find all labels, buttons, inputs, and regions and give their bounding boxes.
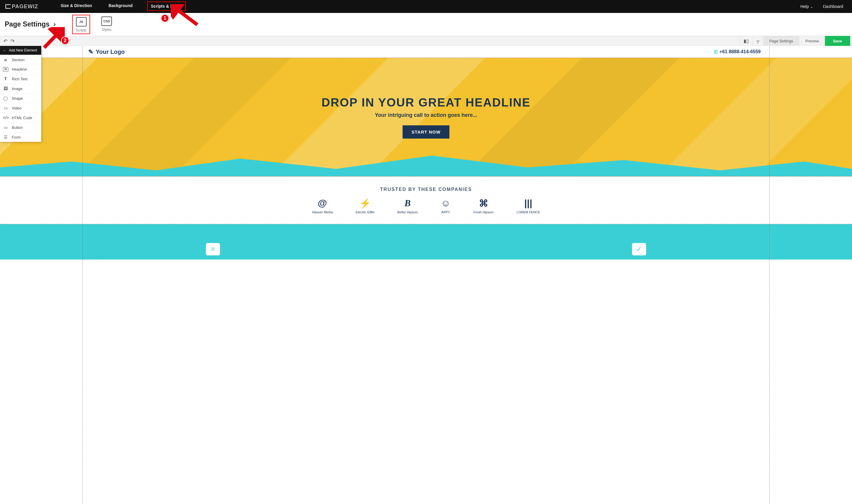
element-label: Video: [12, 106, 21, 110]
trusted-companies-section[interactable]: TRUSTED BY THESE COMPANIES @ Hipsum Medi…: [0, 177, 852, 224]
undo-button[interactable]: ↶: [2, 38, 9, 44]
hero-subtitle[interactable]: Your intriguing call to action goes here…: [375, 112, 477, 118]
tab-background[interactable]: Background: [107, 2, 135, 11]
element-label: Shape: [12, 96, 23, 101]
company-glyph-1: @: [318, 197, 327, 209]
code-icon: </>: [3, 115, 8, 120]
typography-toggle[interactable]: ┬: [752, 36, 763, 46]
features-section[interactable]: ≡ ✓: [0, 224, 852, 259]
image-icon: 🖼: [3, 86, 8, 91]
scripts-tool-label: Scripts: [76, 28, 87, 32]
annotation-badge-2: 2: [61, 36, 69, 45]
scripts-tool[interactable]: JS Scripts: [72, 15, 90, 34]
save-button[interactable]: Save: [825, 36, 850, 46]
annotation-arrow-1: [171, 4, 200, 28]
tab-size-direction[interactable]: Size & Direction: [59, 2, 94, 11]
chevron-down-icon: [810, 4, 813, 9]
company-name-3: Better Hipsum: [397, 210, 418, 214]
element-label: Image: [12, 87, 22, 91]
phone-icon: ✆: [714, 49, 718, 55]
page-logo-text: Your Logo: [96, 49, 125, 55]
editor-main: ✎ Your Logo ✆ +61 8888-414-6559 DROP IN …: [0, 46, 852, 504]
element-label: Section: [12, 58, 24, 62]
redo-button[interactable]: ↷: [9, 38, 16, 44]
brand-logo-glyph: [5, 4, 11, 9]
company-logo-2[interactable]: ⚡ Electric Eiffel: [356, 197, 374, 214]
top-tabs: Size & Direction Background Scripts & St…: [59, 2, 186, 11]
element-headline[interactable]: H Headline: [0, 65, 41, 74]
element-richtext[interactable]: T Rich Text: [0, 74, 41, 84]
element-form[interactable]: ☰ Form: [0, 132, 41, 142]
add-element-header[interactable]: ← Add New Element: [0, 46, 41, 55]
svg-line-2: [44, 31, 60, 48]
element-button[interactable]: ▭ Button: [0, 122, 41, 132]
company-logo-1[interactable]: @ Hipsum Media: [312, 197, 333, 214]
element-label: Rich Text: [12, 77, 28, 81]
scripts-tool-code: JS: [76, 17, 87, 26]
company-logos: @ Hipsum Media ⚡ Electric Eiffel B Bette…: [312, 197, 540, 214]
help-menu[interactable]: Help: [800, 4, 813, 9]
layout-guides-toggle[interactable]: ▮▯: [740, 36, 752, 46]
add-element-panel: ← Add New Element ≣ Section H Headline T…: [0, 46, 41, 142]
editor-toolbar: ↶ ↷ ▮▯ ┬ Page Settings Preview Save: [0, 36, 852, 46]
svg-line-1: [174, 7, 197, 25]
arrow-left-icon: ←: [3, 48, 6, 52]
element-htmlcode[interactable]: </> HTML Code: [0, 113, 41, 122]
element-label: Form: [12, 135, 21, 140]
trusted-title: TRUSTED BY THESE COMPANIES: [380, 187, 472, 192]
add-element-header-label: Add New Element: [9, 48, 37, 52]
annotation-badge-1: 1: [161, 14, 169, 22]
headline-icon: H: [3, 67, 8, 72]
element-label: Headline: [12, 67, 27, 72]
text-icon: T: [3, 76, 8, 81]
pencil-icon: ✎: [88, 48, 93, 55]
brand-logo: PAGEWIZ: [0, 3, 59, 10]
page-settings-button[interactable]: Page Settings: [763, 36, 799, 46]
company-logo-6[interactable]: ||| LOREM FENCE: [517, 197, 540, 214]
company-glyph-5: ⌘: [479, 197, 488, 209]
hero-wave-decoration: [0, 153, 852, 176]
hero-cta-button[interactable]: START NOW: [403, 125, 449, 139]
element-label: Button: [12, 125, 23, 130]
top-bar: PAGEWIZ Size & Direction Background Scri…: [0, 0, 852, 13]
page-header-section: ✎ Your Logo ✆ +61 8888-414-6559: [0, 46, 852, 58]
element-image[interactable]: 🖼 Image: [0, 84, 41, 93]
element-section[interactable]: ≣ Section: [0, 55, 41, 65]
preview-button[interactable]: Preview: [799, 36, 824, 46]
page-canvas[interactable]: ✎ Your Logo ✆ +61 8888-414-6559 DROP IN …: [0, 46, 852, 504]
company-glyph-2: ⚡: [359, 197, 371, 209]
feature-icon-1[interactable]: ≡: [206, 243, 220, 255]
settings-row: Page Settings JS Scripts CSS Styles: [0, 13, 852, 36]
element-label: HTML Code: [12, 115, 32, 120]
element-shape[interactable]: ◯ Shape: [0, 93, 41, 103]
page-logo[interactable]: ✎ Your Logo: [88, 48, 125, 55]
feature-icon-2[interactable]: ✓: [632, 243, 646, 255]
hero-section[interactable]: DROP IN YOUR GREAT HEADLINE Your intrigu…: [0, 58, 852, 177]
company-name-1: Hipsum Media: [312, 210, 333, 214]
svg-marker-0: [0, 156, 852, 176]
form-icon: ☰: [3, 135, 8, 140]
styles-tool-code: CSS: [101, 17, 112, 26]
company-name-6: LOREM FENCE: [517, 210, 540, 214]
page-phone-number: +61 8888-414-6559: [719, 49, 761, 54]
settings-tools: JS Scripts CSS Styles: [72, 15, 115, 34]
company-logo-5[interactable]: ⌘ Fresh Hipsum: [473, 197, 493, 214]
company-glyph-4: ☺: [441, 197, 451, 209]
video-icon: ▭: [3, 106, 8, 110]
help-label: Help: [800, 4, 809, 9]
hero-headline[interactable]: DROP IN YOUR GREAT HEADLINE: [321, 96, 531, 109]
element-video[interactable]: ▭ Video: [0, 103, 41, 113]
company-glyph-6: |||: [524, 197, 532, 209]
page-phone[interactable]: ✆ +61 8888-414-6559: [714, 49, 761, 55]
company-logo-3[interactable]: B Better Hipsum: [397, 197, 418, 214]
section-icon: ≣: [3, 57, 8, 62]
shape-icon: ◯: [3, 96, 8, 101]
company-name-5: Fresh Hipsum: [473, 210, 493, 214]
company-name-2: Electric Eiffel: [356, 210, 374, 214]
styles-tool-label: Styles: [102, 28, 111, 32]
dashboard-link[interactable]: Dashboard: [823, 4, 844, 9]
company-name-4: APPY: [441, 210, 450, 214]
company-logo-4[interactable]: ☺ APPY: [441, 197, 451, 214]
brand-name: PAGEWIZ: [12, 3, 38, 10]
styles-tool[interactable]: CSS Styles: [98, 15, 115, 34]
